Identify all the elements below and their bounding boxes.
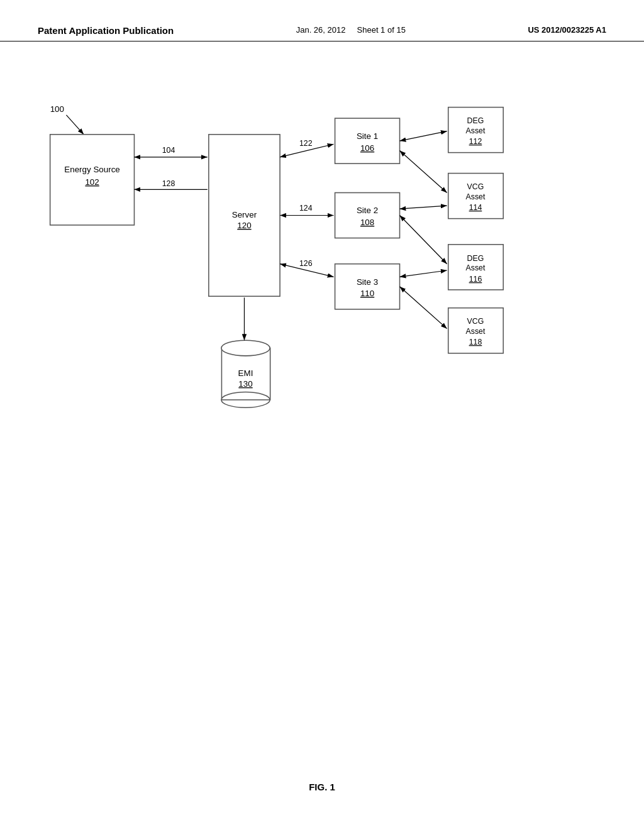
publication-type: Patent Application Publication <box>38 25 174 36</box>
diagram-number-100: 100 <box>50 104 64 114</box>
emi-label2: 130 <box>238 379 252 389</box>
deg-asset-116-label2: Asset <box>466 263 486 272</box>
diagram: 100 Energy Source 102 Server 120 Site 1 … <box>0 50 644 490</box>
deg-asset-112-label3: 112 <box>469 137 482 146</box>
deg-asset-112-label2: Asset <box>466 126 486 135</box>
publication-date-sheet: Jan. 26, 2012 Sheet 1 of 15 <box>296 25 406 35</box>
site3-box <box>335 264 400 309</box>
arrow-site2-deg116 <box>400 216 447 264</box>
vcg-asset-118-label1: VCG <box>467 317 484 326</box>
vcg-asset-114-label1: VCG <box>467 182 484 191</box>
arrow-site1-deg112 <box>400 131 447 141</box>
arrow-122-label: 122 <box>299 139 313 148</box>
deg-asset-112-label1: DEG <box>467 116 484 125</box>
arrow-site3-vcg118 <box>400 287 447 329</box>
emi-cylinder-top <box>221 340 270 356</box>
vcg-asset-114-label2: Asset <box>466 192 486 201</box>
pub-date: Jan. 26, 2012 <box>296 25 346 35</box>
arrow-site3-deg116 <box>400 270 447 277</box>
vcg-asset-118-label2: Asset <box>466 327 486 336</box>
arrow-site2-vcg114 <box>400 206 447 209</box>
publication-number: US 2012/0023225 A1 <box>528 25 606 35</box>
site2-box <box>335 192 400 238</box>
site1-label1: Site 1 <box>357 131 378 141</box>
server-label2: 120 <box>237 221 251 230</box>
site1-label2: 106 <box>360 143 374 153</box>
page-header: Patent Application Publication Jan. 26, … <box>0 0 644 42</box>
arrow-126-label: 126 <box>299 259 313 268</box>
server-label1: Server <box>232 210 257 219</box>
emi-label1: EMI <box>238 368 253 378</box>
arrow-124-label: 124 <box>299 204 313 213</box>
deg-asset-116-label3: 116 <box>469 275 482 284</box>
arrow-site1-vcg114 <box>400 151 447 193</box>
100-arrow <box>66 115 84 135</box>
energy-source-label1: Energy Source <box>64 165 119 174</box>
vcg-asset-114-label3: 114 <box>469 203 482 212</box>
site2-label2: 108 <box>360 218 374 227</box>
site2-label1: Site 2 <box>357 206 378 215</box>
site1-box <box>335 118 400 163</box>
vcg-asset-118-label3: 118 <box>469 338 482 346</box>
arrow-128-label: 128 <box>162 179 175 188</box>
site3-label2: 110 <box>360 289 374 298</box>
site3-label1: Site 3 <box>357 277 378 287</box>
figure-label: FIG. 1 <box>309 782 335 792</box>
energy-source-label2: 102 <box>85 177 99 187</box>
arrow-104-label: 104 <box>162 146 175 155</box>
sheet-info: Sheet 1 of 15 <box>357 25 406 35</box>
deg-asset-116-label1: DEG <box>467 254 484 263</box>
